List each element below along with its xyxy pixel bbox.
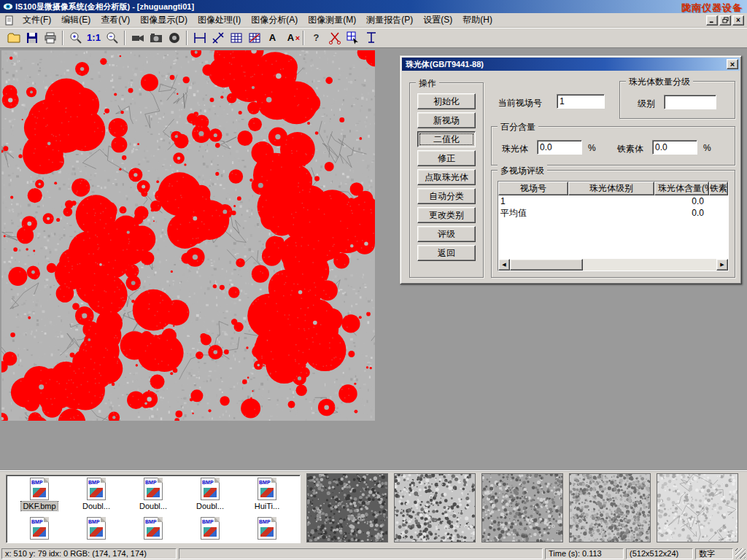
file-item[interactable]: BMP Doubl... [182,478,239,510]
measure-diagonal-icon[interactable] [209,29,227,47]
operation-button[interactable]: 初始化 [417,93,476,109]
cell-field: 1 [498,195,551,207]
grade-group-label: 珠光体数量分级 [626,76,693,88]
stand-caliper-icon[interactable] [362,29,380,47]
resize-grip[interactable] [735,548,746,559]
caliper-icon[interactable] [190,29,209,47]
table-horizontal-scrollbar[interactable]: ◀ ▶ [498,259,728,271]
pearlite-unit: % [588,143,596,153]
window-title: IS100显微摄像系统(金相分析版) - [zhuguangti01] [15,1,194,12]
status-bar: x: 510 y: 79 idx: 0 RGB: (174, 174, 174)… [0,547,747,560]
table-row[interactable]: 平均值 0.0 [498,207,728,219]
grid-measure-icon[interactable] [245,29,263,47]
operation-button[interactable]: 评级 [417,226,476,242]
pointer-grid-icon[interactable] [344,29,362,47]
mdi-close-button[interactable]: × [732,15,744,26]
thumbnail-5[interactable] [657,473,738,542]
actual-size-icon[interactable]: 1:1 [85,29,103,47]
pearlite-percent-input[interactable] [537,140,582,155]
cursor-position-readout: x: 510 y: 79 idx: 0 RGB: (174, 174, 174) [1,548,177,559]
scroll-right-icon[interactable]: ▶ [716,259,728,271]
ferrite-percent-input[interactable] [652,140,697,155]
menu-item[interactable]: 测量报告(P) [361,12,418,28]
mdi-minimize-button[interactable] [706,15,718,26]
column-header[interactable]: 珠光体含量(%) [654,182,709,195]
operation-button[interactable]: 自动分类 [417,188,476,204]
ferrite-unit: % [703,143,711,153]
thumbnail-4[interactable] [569,473,651,542]
dialog-close-button[interactable]: × [727,59,738,69]
operation-group: 操作 初始化新视场二值化修正点取珠光体自动分类更改类别评级返回 [409,82,484,278]
title-bar[interactable]: IS100显微摄像系统(金相分析版) - [zhuguangti01] 陇南仪器… [0,0,747,13]
operation-button[interactable]: 新视场 [417,112,476,128]
bmp-file-icon: BMP [87,478,106,500]
operation-button[interactable]: 返回 [417,245,476,261]
file-item[interactable]: BMP Doubl... [68,478,125,510]
grade-label: 级别 [638,98,655,110]
font-icon[interactable]: A [263,29,282,47]
help-icon[interactable]: ? [307,29,325,47]
menu-item[interactable]: 编辑(E) [56,12,96,28]
camera-icon[interactable] [147,29,165,47]
operation-button[interactable]: 二值化 [417,131,476,147]
scrollbar-thumb[interactable] [510,259,583,271]
menu-item[interactable]: 设置(S) [418,12,457,28]
rating-table[interactable]: 视场号珠光体级别珠光体含量(%)铁素 1 0.0 [498,181,729,271]
bmp-file-icon: BMP [144,478,163,500]
capture-icon[interactable] [165,29,183,47]
bottom-panel: BMP DKF.bmp BMP Doubl... [0,470,747,547]
grade-input[interactable] [664,95,716,109]
ferrite-label: 铁素体 [617,143,643,155]
zoom-in-icon[interactable] [66,29,85,47]
video-camera-icon[interactable] [128,29,147,47]
thumbnail-1[interactable] [306,473,388,542]
menu-item[interactable]: 帮助(H) [457,12,498,28]
column-header[interactable]: 铁素 [709,182,728,195]
menu-item[interactable]: 图像测量(M) [303,12,361,28]
file-item[interactable]: BMP HuiTi... [239,478,295,510]
operation-group-label: 操作 [416,77,439,90]
menu-bar: 文件(F)编辑(E)查看(V)图像显示(D)图像处理(I)图像分析(A)图像测量… [0,13,747,28]
toolbar-separator [62,31,63,45]
column-header[interactable]: 视场号 [498,182,568,195]
thumbnail-3[interactable] [481,473,563,542]
current-field-label: 当前视场号 [498,97,542,109]
menu-item[interactable]: 图像显示(D) [135,12,193,28]
dialog-title-bar[interactable]: 珠光体(GB/T9441-88) × [402,58,740,71]
specimen-image[interactable] [1,50,375,421]
grid-icon[interactable] [227,29,245,47]
mdi-restore-button[interactable] [719,15,731,26]
menu-item[interactable]: 图像处理(I) [193,12,246,28]
mode-indicator: 数字 [695,548,733,559]
cell-content: 0.0 [621,195,707,207]
rating-table-header: 视场号珠光体级别珠光体含量(%)铁素 [498,182,728,195]
print-icon[interactable] [41,29,59,47]
file-name: Doubl... [81,502,112,510]
thumbnail-strip [306,473,738,542]
zoom-out-icon[interactable] [103,29,121,47]
thumbnail-2[interactable] [394,473,476,542]
menu-item[interactable]: 查看(V) [96,12,135,28]
menu-item[interactable]: 文件(F) [18,12,56,28]
file-item[interactable]: BMP Doubl... [125,478,182,510]
pearlite-label: 珠光体 [502,143,528,155]
operation-button[interactable]: 修正 [417,150,476,166]
image-size-readout: (512x512x24) [626,548,693,559]
bmp-file-icon: BMP [258,478,276,500]
save-icon[interactable] [23,29,41,47]
operation-button[interactable]: 更改类别 [417,207,476,223]
file-item[interactable]: BMP DKF.bmp [11,478,68,510]
scrollbar-track[interactable] [583,259,716,271]
menu-item[interactable]: 图像分析(A) [246,12,303,28]
bmp-file-icon: BMP [201,478,220,500]
operation-button[interactable]: 点取珠光体 [417,169,476,185]
font-remove-icon[interactable]: A× [282,29,300,47]
menu-items: 文件(F)编辑(E)查看(V)图像显示(D)图像处理(I)图像分析(A)图像测量… [18,12,706,28]
table-row[interactable]: 1 0.0 [498,195,728,207]
cut-icon[interactable] [325,29,344,47]
current-field-input[interactable] [557,94,605,109]
file-browser[interactable]: BMP DKF.bmp BMP Doubl... [6,475,301,543]
scroll-left-icon[interactable]: ◀ [498,259,510,271]
column-header[interactable]: 珠光体级别 [568,182,654,195]
open-icon[interactable] [4,29,23,47]
